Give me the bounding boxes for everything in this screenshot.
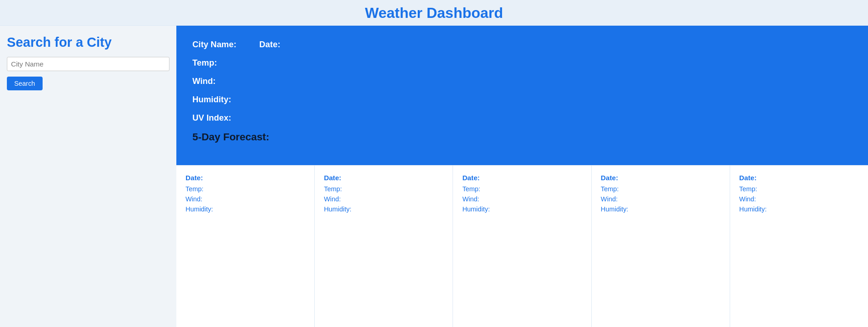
forecast-date-label: Date: xyxy=(739,174,859,182)
forecast-temp-label: Temp: xyxy=(462,185,582,193)
humidity-label: Humidity: xyxy=(192,94,231,104)
forecast-wind-label: Wind: xyxy=(186,195,305,203)
forecast-card: Date: Temp: Wind: Humidity: xyxy=(592,166,730,327)
forecast-humidity-label: Humidity: xyxy=(186,205,305,213)
search-button[interactable]: Search xyxy=(7,77,43,90)
city-search-input[interactable] xyxy=(7,57,169,71)
forecast-wind-label: Wind: xyxy=(739,195,859,203)
app-title: Weather Dashboard xyxy=(0,5,868,22)
forecast-card: Date: Temp: Wind: Humidity: xyxy=(315,166,453,327)
humidity-row: Humidity: xyxy=(192,94,852,105)
forecast-humidity-label: Humidity: xyxy=(739,205,859,213)
wind-row: Wind: xyxy=(192,76,852,86)
forecast-wind-label: Wind: xyxy=(324,195,443,203)
wind-label: Wind: xyxy=(192,76,216,86)
forecast-temp-label: Temp: xyxy=(186,185,305,193)
city-name-label: City Name: xyxy=(192,39,236,50)
forecast-wind-label: Wind: xyxy=(601,195,721,203)
forecast-card: Date: Temp: Wind: Humidity: xyxy=(730,166,868,327)
forecast-card: Date: Temp: Wind: Humidity: xyxy=(453,166,591,327)
main-layout: Search for a City Search City Name: Date… xyxy=(0,26,868,327)
five-day-row: 5-Day Forecast: xyxy=(192,131,852,143)
temp-row: Temp: xyxy=(192,58,852,68)
temp-label: Temp: xyxy=(192,58,217,67)
forecast-date-label: Date: xyxy=(462,174,582,182)
uv-label: UV Index: xyxy=(192,113,231,122)
forecast-date-label: Date: xyxy=(601,174,721,182)
forecast-date-label: Date: xyxy=(324,174,443,182)
sidebar-title: Search for a City xyxy=(7,35,169,50)
city-date-row: City Name: Date: xyxy=(192,39,852,50)
forecast-temp-label: Temp: xyxy=(739,185,859,193)
five-day-label: 5-Day Forecast: xyxy=(192,131,269,143)
forecast-temp-label: Temp: xyxy=(324,185,443,193)
forecast-grid: Date: Temp: Wind: Humidity: Date: Temp: … xyxy=(176,165,868,327)
sidebar: Search for a City Search xyxy=(0,26,176,327)
uv-row: UV Index: xyxy=(192,113,852,123)
forecast-date-label: Date: xyxy=(186,174,305,182)
current-weather-panel: City Name: Date: Temp: Wind: Humidity: U… xyxy=(176,26,868,165)
forecast-humidity-label: Humidity: xyxy=(324,205,443,213)
content-area: City Name: Date: Temp: Wind: Humidity: U… xyxy=(176,26,868,327)
forecast-humidity-label: Humidity: xyxy=(462,205,582,213)
forecast-humidity-label: Humidity: xyxy=(601,205,721,213)
forecast-temp-label: Temp: xyxy=(601,185,721,193)
date-label: Date: xyxy=(259,39,280,50)
forecast-card: Date: Temp: Wind: Humidity: xyxy=(176,166,315,327)
forecast-wind-label: Wind: xyxy=(462,195,582,203)
app-header: Weather Dashboard xyxy=(0,0,868,26)
